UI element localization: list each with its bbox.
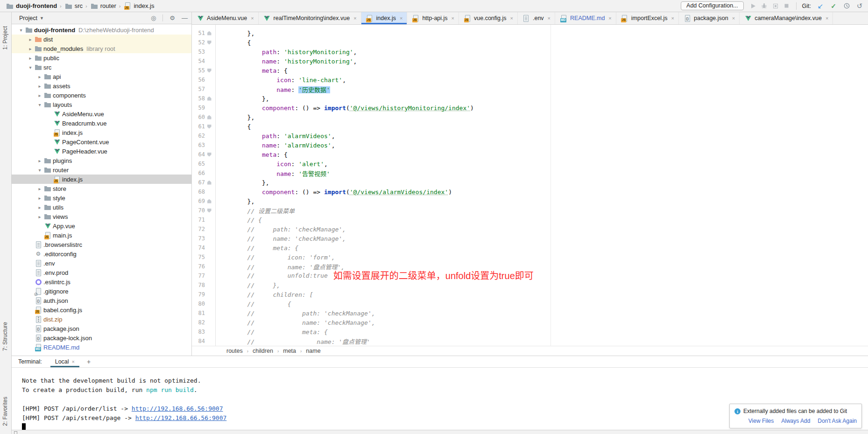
chevron-right-icon[interactable]: ▸ [36, 214, 43, 219]
tab-realtimemonitoring-index-vue[interactable]: realTimeMonitoring\index.vue× [259, 12, 361, 24]
close-icon[interactable]: × [671, 15, 674, 21]
tree-item-public[interactable]: ▸public [12, 53, 191, 63]
fold-marker[interactable] [205, 97, 213, 101]
tree-item-components[interactable]: ▸components [12, 91, 191, 100]
add-configuration-button[interactable]: Add Configuration... [681, 1, 744, 10]
tree-item-plugins[interactable]: ▸plugins [12, 156, 191, 165]
tree-item-duoji-frontend[interactable]: ▾duoji-frontendD:\zheheWeb\duoji-fronten… [12, 25, 191, 35]
tree-item-asidemenu-vue[interactable]: AsideMenu.vue [12, 109, 191, 119]
tab-env[interactable]: .env× [518, 12, 555, 24]
fold-marker[interactable] [205, 125, 213, 129]
toolwindow-toggle-icon[interactable] [14, 431, 17, 434]
close-icon[interactable]: × [826, 15, 828, 21]
notification-action-view-files[interactable]: View Files [748, 418, 774, 424]
tree-item-package-json[interactable]: {}package.json [12, 324, 191, 333]
fold-marker[interactable] [205, 181, 213, 185]
tab-asidemenu-vue[interactable]: AsideMenu.vue× [192, 12, 259, 24]
chevron-down-icon[interactable]: ▾ [36, 102, 43, 107]
tab-http-api-js[interactable]: JShttp-api.js× [407, 12, 459, 24]
close-icon[interactable]: × [353, 15, 356, 21]
terminal-link[interactable]: http://192.168.66.56:9007 [135, 414, 227, 421]
tool-window-project-button[interactable]: 1: Project [2, 26, 8, 50]
chevron-down-icon[interactable]: ▾ [36, 168, 43, 173]
project-panel-title[interactable]: Project [19, 15, 37, 21]
settings-icon[interactable]: ⚙ [169, 15, 175, 21]
tree-item-package-lock-json[interactable]: {}package-lock.json [12, 333, 191, 343]
chevron-right-icon[interactable]: ▸ [27, 56, 34, 61]
tree-item-pageheader-vue[interactable]: PageHeader.vue [12, 147, 191, 156]
tree-item-utils[interactable]: ▸utils [12, 203, 191, 212]
close-icon[interactable]: × [72, 359, 75, 364]
chevron-right-icon[interactable]: ▸ [36, 74, 43, 79]
close-icon[interactable]: × [548, 15, 550, 21]
tree-item-env-prod[interactable]: .env.prod [12, 268, 191, 277]
fold-marker[interactable] [205, 209, 213, 213]
tree-item-gitignore[interactable]: ⊘.gitignore [12, 287, 191, 296]
locate-icon[interactable]: ◎ [151, 15, 156, 21]
tree-item-api[interactable]: ▸api [12, 72, 191, 81]
chevron-right-icon[interactable]: ▸ [36, 93, 43, 98]
tree-item-layouts[interactable]: ▾layouts [12, 100, 191, 109]
tab-importexcel-js[interactable]: JSimportExcel.js× [616, 12, 679, 24]
tree-item-babel-config-js[interactable]: JSbabel.config.js [12, 305, 191, 315]
chevron-right-icon[interactable]: ▸ [36, 84, 43, 89]
breadcrumb-item-index-js[interactable]: JSindex.js [122, 2, 155, 10]
chevron-right-icon[interactable]: ▸ [36, 196, 43, 201]
tool-window-favorites-button[interactable]: 2: Favorites [2, 397, 8, 426]
chevron-down-icon[interactable]: ▾ [17, 28, 25, 33]
tree-item-editorconfig[interactable]: ⚙.editorconfig [12, 249, 191, 259]
tab-vue-config-js[interactable]: JSvue.config.js× [459, 12, 518, 24]
tree-item-router[interactable]: ▾router [12, 165, 191, 175]
terminal-tab-local[interactable]: Local × [50, 356, 79, 367]
chevron-right-icon[interactable]: ▸ [36, 186, 43, 191]
fold-marker[interactable] [205, 41, 213, 45]
tree-item-index-js[interactable]: JSindex.js [12, 128, 191, 137]
editor-breadcrumb-routes[interactable]: routes [226, 348, 243, 354]
tab-index-js[interactable]: JSindex.js× [361, 12, 408, 24]
fold-marker[interactable] [205, 31, 213, 35]
chevron-down-icon[interactable]: ▼ [40, 16, 44, 21]
git-history-icon[interactable] [843, 2, 850, 10]
tree-item-dist-zip[interactable]: dist.zip [12, 315, 191, 324]
tree-item-style[interactable]: ▸style [12, 193, 191, 203]
breadcrumb-item-router[interactable]: router [89, 2, 117, 10]
tab-readme-md[interactable]: MDREADME.md× [555, 12, 616, 24]
tree-item-assets[interactable]: ▸assets [12, 81, 191, 91]
close-icon[interactable]: × [251, 15, 254, 21]
tree-item-env[interactable]: .env [12, 259, 191, 268]
breadcrumb-item-src[interactable]: src [64, 2, 84, 10]
editor-breadcrumb-name[interactable]: name [306, 348, 320, 354]
tree-item-views[interactable]: ▸views [12, 212, 191, 221]
chevron-right-icon[interactable]: ▸ [27, 37, 34, 42]
tree-item-node-modules[interactable]: ▸node_moduleslibrary root [12, 44, 191, 53]
tab-cameramanage-index-vue[interactable]: cameraManage\index.vue× [740, 12, 833, 24]
tab-package-json[interactable]: {}package.json× [679, 12, 740, 24]
fold-marker[interactable] [205, 153, 213, 157]
close-icon[interactable]: × [400, 15, 402, 21]
git-update-icon[interactable]: ↙ [817, 2, 824, 10]
tool-window-structure-button[interactable]: 7: Structure [2, 322, 8, 351]
git-commit-icon[interactable]: ✓ [830, 2, 837, 10]
close-icon[interactable]: × [732, 15, 735, 21]
editor-breadcrumb-meta[interactable]: meta [283, 348, 296, 354]
tree-item-breadcrumb-vue[interactable]: Breadcrumb.vue [12, 119, 191, 128]
notification-action-always-add[interactable]: Always Add [781, 418, 810, 424]
tree-item-main-js[interactable]: JSmain.js [12, 231, 191, 240]
chevron-right-icon[interactable]: ▸ [36, 205, 43, 210]
notification-action-don-t-ask-again[interactable]: Don't Ask Again [818, 418, 857, 424]
hide-icon[interactable]: — [182, 15, 188, 21]
fold-marker[interactable] [205, 199, 213, 203]
breadcrumb-item-duoji-frontend[interactable]: duoji-frontend [5, 2, 58, 10]
chevron-right-icon[interactable]: ▸ [27, 46, 34, 51]
code-editor[interactable]: 51 },52 {53 path: 'historyMonitoring',54… [192, 25, 868, 346]
tree-item-app-vue[interactable]: App.vue [12, 221, 191, 231]
tree-item-auth-json[interactable]: {}auth.json [12, 296, 191, 305]
tree-item-pagecontent-vue[interactable]: PageContent.vue [12, 137, 191, 147]
chevron-down-icon[interactable]: ▾ [27, 65, 34, 70]
tree-item-eslintrc-js[interactable]: .eslintrc.js [12, 277, 191, 287]
tree-item-browserslistrc[interactable]: .browserslistrc [12, 240, 191, 249]
git-rollback-icon[interactable]: ↺ [856, 2, 863, 10]
new-terminal-button[interactable]: + [87, 358, 91, 365]
tree-item-readme-md[interactable]: MDREADME.md [12, 343, 191, 352]
chevron-right-icon[interactable]: ▸ [36, 158, 43, 163]
